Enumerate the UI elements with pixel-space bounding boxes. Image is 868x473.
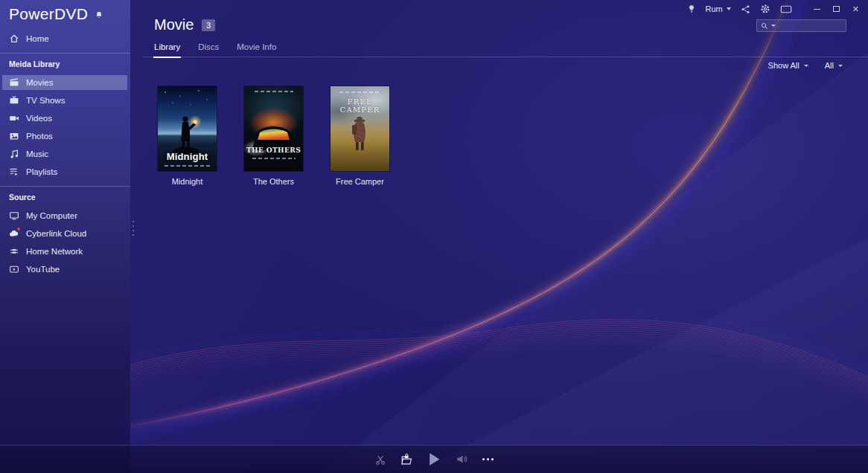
titlebar: Rum ✕ bbox=[687, 0, 868, 18]
scissors-icon bbox=[374, 454, 386, 466]
search-icon bbox=[761, 22, 768, 30]
sidebar-item-label: Videos bbox=[26, 114, 52, 123]
sidebar-section-source: Source bbox=[0, 190, 130, 205]
movie-title-caption: Free Camper bbox=[331, 177, 389, 186]
sidebar-divider bbox=[0, 186, 130, 187]
the-others-poster-subtitle bbox=[252, 158, 296, 159]
search-input[interactable] bbox=[779, 21, 842, 30]
ellipsis-icon bbox=[482, 458, 485, 460]
sidebar-item-label: Photos bbox=[26, 132, 53, 141]
sidebar-item-home-network[interactable]: Home Network bbox=[2, 244, 127, 259]
share-icon[interactable] bbox=[741, 4, 750, 14]
the-others-poster-art: THE OTHERS bbox=[244, 86, 303, 171]
library-tabs: Library Discs Movie Info bbox=[154, 42, 276, 58]
sidebar-item-label: Home bbox=[26, 34, 49, 43]
video-camera-icon bbox=[9, 113, 19, 123]
show-all-dropdown[interactable]: Show All bbox=[768, 61, 808, 70]
gear-icon[interactable] bbox=[760, 4, 770, 14]
user-menu-label: Rum bbox=[706, 4, 723, 13]
cloud-notification-dot bbox=[17, 228, 20, 231]
cast-screen-icon[interactable] bbox=[780, 4, 792, 14]
home-icon bbox=[9, 33, 19, 44]
sidebar-divider bbox=[0, 53, 130, 54]
tab-library[interactable]: Library bbox=[154, 42, 180, 58]
sidebar: PowerDVD Home Meida Library Movies TV Sh… bbox=[0, 0, 130, 473]
play-button[interactable] bbox=[425, 451, 443, 469]
midnight-poster-art: Midnight bbox=[158, 86, 217, 171]
sidebar-item-videos[interactable]: Videos bbox=[2, 111, 127, 126]
sidebar-item-label: Home Network bbox=[26, 247, 83, 256]
sidebar-item-label: YouTube bbox=[26, 265, 60, 274]
trim-button[interactable] bbox=[373, 452, 388, 467]
show-all-label: Show All bbox=[768, 61, 800, 70]
sidebar-item-photos[interactable]: Photos bbox=[2, 129, 127, 144]
maximize-icon[interactable] bbox=[833, 6, 840, 12]
chevron-down-icon bbox=[727, 7, 731, 10]
sidebar-item-label: Music bbox=[26, 149, 48, 158]
app-logo: PowerDVD bbox=[9, 5, 88, 23]
sidebar-item-label: My Computer bbox=[26, 211, 77, 220]
folder-lock-icon bbox=[400, 453, 413, 466]
sidebar-item-music[interactable]: Music bbox=[2, 147, 127, 161]
movie-card-midnight[interactable]: Midnight Midnight bbox=[158, 86, 217, 186]
playlist-icon bbox=[9, 167, 19, 177]
movies-clapper-icon bbox=[9, 77, 19, 88]
photo-icon bbox=[9, 131, 19, 141]
sidebar-item-tv-shows[interactable]: TV Shows bbox=[2, 93, 127, 108]
movie-card-the-others[interactable]: THE OTHERS The Others bbox=[244, 86, 303, 186]
bulb-icon[interactable] bbox=[687, 4, 696, 15]
notification-bell-icon[interactable] bbox=[95, 8, 103, 20]
computer-icon bbox=[9, 210, 19, 221]
tv-icon bbox=[9, 95, 19, 106]
more-options-button[interactable] bbox=[480, 452, 495, 467]
search-scope-caret-icon[interactable] bbox=[771, 25, 776, 27]
sidebar-item-label: Cyberlink Cloud bbox=[26, 229, 86, 238]
midnight-poster-credits bbox=[165, 165, 211, 167]
movie-title-caption: The Others bbox=[244, 177, 303, 186]
sidebar-item-home[interactable]: Home bbox=[2, 31, 127, 46]
type-filter-dropdown[interactable]: All bbox=[825, 61, 843, 70]
chevron-down-icon bbox=[804, 65, 808, 67]
midnight-poster-title: Midnight bbox=[158, 151, 217, 162]
sidebar-item-label: Movies bbox=[26, 78, 53, 87]
sidebar-item-cyberlink-cloud[interactable]: Cyberlink Cloud bbox=[2, 226, 127, 241]
powerdvd-window: PowerDVD Home Meida Library Movies TV Sh… bbox=[0, 0, 868, 473]
media-lock-button[interactable] bbox=[399, 452, 414, 467]
movie-shelf: Midnight Midnight THE OTHERS The Ot bbox=[158, 86, 389, 186]
play-icon bbox=[427, 451, 441, 467]
sidebar-item-label: Playlists bbox=[26, 167, 57, 176]
tab-movie-info[interactable]: Movie Info bbox=[237, 42, 276, 58]
volume-button[interactable] bbox=[454, 452, 469, 467]
tab-discs[interactable]: Discs bbox=[198, 42, 219, 58]
movie-title-caption: Midnight bbox=[158, 177, 217, 186]
free-camper-hiker-art bbox=[331, 86, 389, 171]
sidebar-item-label: TV Shows bbox=[26, 96, 65, 105]
sidebar-item-playlists[interactable]: Playlists bbox=[2, 164, 127, 179]
page-title: Movie bbox=[154, 16, 194, 33]
sidebar-section-media-library: Meida Library bbox=[0, 57, 130, 72]
movie-count-badge: 3 bbox=[202, 19, 215, 31]
sidebar-item-movies[interactable]: Movies bbox=[2, 75, 127, 90]
filter-bar: Show All All bbox=[768, 61, 843, 70]
player-control-bar bbox=[0, 445, 868, 473]
close-icon[interactable]: ✕ bbox=[852, 5, 859, 13]
sidebar-resize-handle[interactable] bbox=[130, 217, 136, 239]
network-icon bbox=[9, 246, 19, 257]
user-menu[interactable]: Rum bbox=[706, 4, 731, 13]
music-note-icon bbox=[9, 149, 19, 159]
type-filter-label: All bbox=[825, 61, 834, 70]
movie-card-free-camper[interactable]: FREE CAMPER Free Camper bbox=[331, 86, 389, 186]
sidebar-item-my-computer[interactable]: My Computer bbox=[2, 208, 127, 223]
search-box[interactable] bbox=[756, 19, 846, 32]
the-others-poster-title: THE OTHERS bbox=[244, 147, 303, 154]
sidebar-item-youtube[interactable]: YouTube bbox=[2, 262, 127, 277]
chevron-down-icon bbox=[838, 65, 843, 67]
free-camper-poster-art: FREE CAMPER bbox=[331, 86, 389, 171]
speaker-icon bbox=[456, 454, 468, 465]
minimize-icon[interactable] bbox=[814, 9, 820, 10]
youtube-icon bbox=[9, 264, 19, 274]
